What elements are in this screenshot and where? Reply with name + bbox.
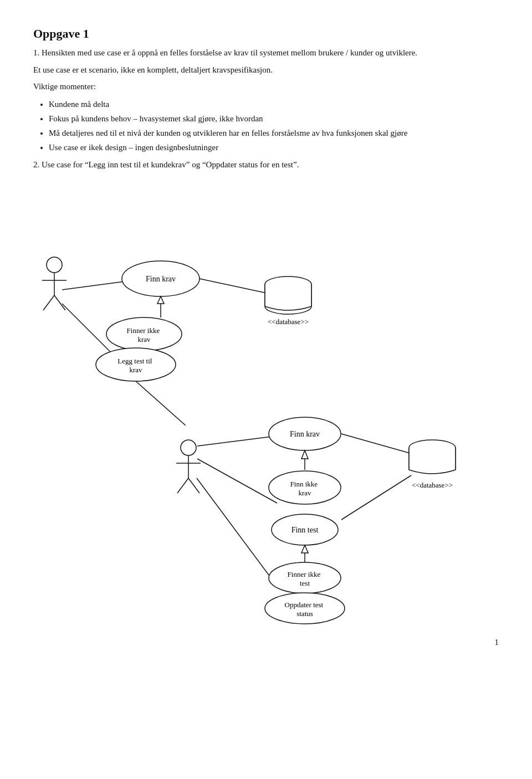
line-actor2-finn-test (197, 459, 277, 503)
svg-point-0 (47, 257, 62, 273)
paragraph-2: Et use case er et scenario, ikke en komp… (33, 64, 499, 76)
svg-text:<<database>>: <<database>> (268, 317, 309, 326)
finn-krav-top-label: Finn krav (146, 275, 176, 283)
arrow-inherit-finn-test (301, 545, 308, 553)
page-number: 1 (495, 638, 499, 647)
bullet-1: Kundene må delta (49, 98, 499, 111)
arrow-inherit-top (157, 296, 164, 304)
actor-bottom (176, 440, 201, 493)
arrow-inherit-bottom-krav (301, 450, 308, 459)
finn-test-label: Finn test (291, 526, 319, 534)
use-case-diagram: Finn krav Finner ikke krav (33, 176, 499, 631)
page: Oppgave 1 1. Hensikten med use case er å… (0, 0, 532, 664)
actor-top (42, 257, 66, 310)
paragraph-1: 1. Hensikten med use case er å oppnå en … (33, 47, 499, 59)
line-legg-test-actor2 (136, 381, 186, 426)
viktige-momenter-label: Viktige momenter: (33, 80, 499, 93)
line-finn-krav-bottom-db (341, 434, 410, 453)
page-title: Oppgave 1 (33, 27, 499, 41)
svg-point-13 (181, 440, 196, 455)
database-bottom: <<database>> (409, 440, 456, 489)
bullet-list: Kundene må delta Fokus på kundens behov … (49, 98, 499, 154)
diagram-svg: Finn krav Finner ikke krav (33, 176, 499, 631)
svg-rect-9 (265, 284, 311, 306)
bullet-2: Fokus på kundens behov – hvasystemet ska… (49, 112, 499, 125)
svg-rect-21 (409, 448, 456, 470)
database-top: <<database>> (265, 276, 311, 326)
svg-text:<<database>>: <<database>> (412, 481, 453, 489)
line-actor1-legg-test (62, 304, 111, 352)
line-actor2-finn-krav (197, 437, 272, 446)
line-actor2-oppdater (197, 478, 277, 586)
svg-line-16 (177, 478, 188, 493)
svg-line-4 (54, 295, 65, 310)
svg-line-3 (43, 295, 54, 310)
line-finn-test-db (341, 475, 411, 520)
bullet-4: Use case er ikek design – ingen designbe… (49, 141, 499, 154)
svg-line-17 (188, 478, 200, 493)
paragraph-4: 2. Use case for “Legg inn test til et ku… (33, 158, 499, 171)
bullet-3: Må detaljeres ned til et nivå der kunden… (49, 126, 499, 140)
finn-krav-bottom-label: Finn krav (290, 430, 320, 438)
